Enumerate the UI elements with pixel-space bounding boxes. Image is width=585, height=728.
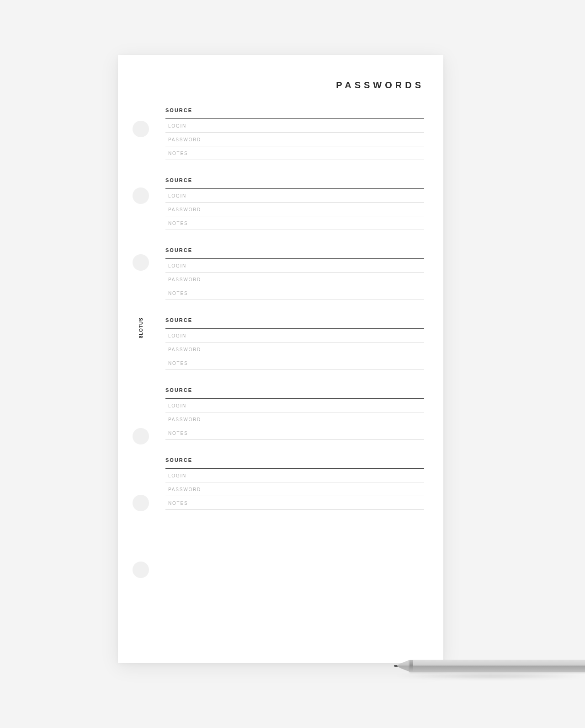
field-label: LOGIN xyxy=(165,123,424,128)
source-label: SOURCE xyxy=(165,107,424,113)
planner-page: PASSWORDS 8LOTUS SOURCELOGINPASSWORDNOTE… xyxy=(118,55,443,663)
field-label: PASSWORD xyxy=(165,277,424,282)
pencil-shadow xyxy=(392,672,585,680)
password-entry: SOURCELOGINPASSWORDNOTES xyxy=(165,107,424,160)
binder-hole xyxy=(133,562,149,578)
binder-hole xyxy=(133,495,149,511)
source-label: SOURCE xyxy=(165,457,424,463)
pencil xyxy=(397,660,585,672)
source-label: SOURCE xyxy=(165,387,424,393)
field-label: PASSWORD xyxy=(165,487,424,492)
field-label: LOGIN xyxy=(165,403,424,408)
field-label: LOGIN xyxy=(165,333,424,338)
field-label: NOTES xyxy=(165,431,424,436)
field-label: PASSWORD xyxy=(165,347,424,352)
password-entry: SOURCELOGINPASSWORDNOTES xyxy=(165,457,424,510)
field-label: PASSWORD xyxy=(165,137,424,142)
field-row: NOTES xyxy=(165,356,424,370)
field-label: NOTES xyxy=(165,151,424,156)
field-row: LOGIN xyxy=(165,469,424,482)
field-row: PASSWORD xyxy=(165,482,424,496)
field-row: PASSWORD xyxy=(165,133,424,146)
field-row: LOGIN xyxy=(165,189,424,203)
field-row: NOTES xyxy=(165,286,424,300)
field-label: LOGIN xyxy=(165,263,424,268)
field-label: PASSWORD xyxy=(165,417,424,422)
pencil-tip xyxy=(397,660,410,672)
field-label: PASSWORD xyxy=(165,207,424,212)
source-label: SOURCE xyxy=(165,247,424,253)
field-row: PASSWORD xyxy=(165,343,424,356)
brand-label: 8LOTUS xyxy=(138,317,144,338)
binder-hole xyxy=(133,187,149,204)
field-row: LOGIN xyxy=(165,119,424,133)
binder-hole xyxy=(133,254,149,271)
field-row: NOTES xyxy=(165,496,424,510)
password-entry: SOURCELOGINPASSWORDNOTES xyxy=(165,387,424,440)
field-row: NOTES xyxy=(165,216,424,230)
password-entry: SOURCELOGINPASSWORDNOTES xyxy=(165,247,424,300)
source-label: SOURCE xyxy=(165,317,424,323)
field-label: NOTES xyxy=(165,501,424,506)
source-label: SOURCE xyxy=(165,177,424,183)
content-area: SOURCELOGINPASSWORDNOTESSOURCELOGINPASSW… xyxy=(165,107,424,527)
field-label: NOTES xyxy=(165,291,424,296)
field-label: LOGIN xyxy=(165,193,424,198)
field-row: PASSWORD xyxy=(165,203,424,216)
field-label: LOGIN xyxy=(165,473,424,478)
field-row: NOTES xyxy=(165,426,424,440)
field-label: NOTES xyxy=(165,221,424,226)
field-row: PASSWORD xyxy=(165,412,424,426)
field-row: LOGIN xyxy=(165,329,424,343)
field-row: LOGIN xyxy=(165,259,424,273)
field-label: NOTES xyxy=(165,361,424,366)
pencil-body xyxy=(410,660,585,672)
pencil-band xyxy=(410,660,413,672)
field-row: NOTES xyxy=(165,146,424,160)
field-row: LOGIN xyxy=(165,399,424,412)
page-title: PASSWORDS xyxy=(336,80,424,91)
password-entry: SOURCELOGINPASSWORDNOTES xyxy=(165,177,424,230)
binder-hole xyxy=(133,121,149,137)
field-row: PASSWORD xyxy=(165,273,424,286)
binder-hole xyxy=(133,428,149,444)
password-entry: SOURCELOGINPASSWORDNOTES xyxy=(165,317,424,370)
